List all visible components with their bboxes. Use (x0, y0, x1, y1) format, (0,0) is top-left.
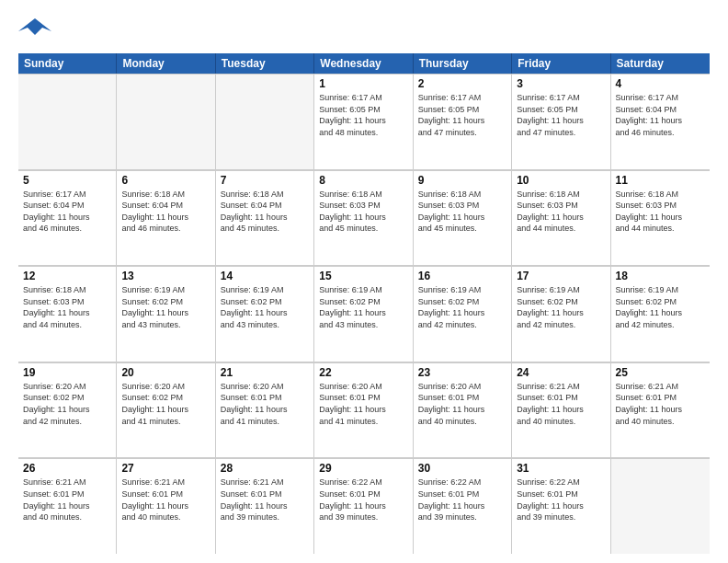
day-number: 13 (121, 270, 210, 282)
day-number: 24 (517, 366, 605, 379)
day-info: Sunrise: 6:17 AMSunset: 6:05 PMDaylight:… (319, 92, 407, 138)
cal-cell: 17Sunrise: 6:19 AMSunset: 6:02 PMDayligh… (512, 266, 610, 362)
day-info: Sunrise: 6:21 AMSunset: 6:01 PMDaylight:… (517, 381, 605, 427)
day-number: 21 (221, 366, 309, 379)
day-number: 17 (517, 270, 605, 282)
cal-cell: 8Sunrise: 6:18 AMSunset: 6:03 PMDaylight… (314, 170, 413, 266)
day-info: Sunrise: 6:18 AMSunset: 6:03 PMDaylight:… (23, 284, 111, 330)
day-info: Sunrise: 6:17 AMSunset: 6:05 PMDaylight:… (517, 92, 605, 138)
logo-bird-icon (18, 15, 51, 46)
week-row-2: 5Sunrise: 6:17 AMSunset: 6:04 PMDaylight… (18, 170, 710, 267)
day-number: 12 (23, 270, 111, 282)
day-info: Sunrise: 6:18 AMSunset: 6:03 PMDaylight:… (517, 189, 605, 235)
cal-cell: 22Sunrise: 6:20 AMSunset: 6:01 PMDayligh… (314, 362, 413, 458)
header (18, 15, 710, 46)
cal-cell: 6Sunrise: 6:18 AMSunset: 6:04 PMDaylight… (117, 170, 215, 266)
day-info: Sunrise: 6:21 AMSunset: 6:01 PMDaylight:… (221, 477, 309, 523)
day-info: Sunrise: 6:18 AMSunset: 6:03 PMDaylight:… (319, 189, 407, 235)
cal-cell: 15Sunrise: 6:19 AMSunset: 6:02 PMDayligh… (314, 266, 413, 362)
day-info: Sunrise: 6:17 AMSunset: 6:04 PMDaylight:… (23, 189, 111, 235)
cal-cell: 5Sunrise: 6:17 AMSunset: 6:04 PMDaylight… (18, 170, 117, 266)
day-info: Sunrise: 6:22 AMSunset: 6:01 PMDaylight:… (418, 477, 506, 523)
day-number: 11 (616, 174, 705, 187)
day-number: 6 (121, 174, 210, 187)
page: SundayMondayTuesdayWednesdayThursdayFrid… (0, 0, 728, 563)
header-day-saturday: Saturday (611, 53, 710, 74)
day-info: Sunrise: 6:20 AMSunset: 6:02 PMDaylight:… (121, 381, 210, 427)
cal-cell: 12Sunrise: 6:18 AMSunset: 6:03 PMDayligh… (18, 266, 117, 362)
logo (18, 15, 55, 46)
day-number: 18 (616, 270, 705, 282)
svg-marker-0 (18, 18, 51, 35)
day-info: Sunrise: 6:20 AMSunset: 6:02 PMDaylight:… (23, 381, 111, 427)
day-number: 1 (319, 77, 407, 90)
day-number: 27 (121, 462, 210, 475)
day-number: 4 (616, 77, 705, 90)
day-info: Sunrise: 6:18 AMSunset: 6:04 PMDaylight:… (121, 189, 210, 235)
day-info: Sunrise: 6:21 AMSunset: 6:01 PMDaylight:… (23, 477, 111, 523)
day-number: 8 (319, 174, 407, 187)
day-number: 29 (319, 462, 407, 475)
cal-cell: 24Sunrise: 6:21 AMSunset: 6:01 PMDayligh… (512, 362, 610, 458)
day-info: Sunrise: 6:22 AMSunset: 6:01 PMDaylight:… (319, 477, 407, 523)
cal-cell: 7Sunrise: 6:18 AMSunset: 6:04 PMDaylight… (216, 170, 314, 266)
header-day-monday: Monday (117, 53, 215, 74)
day-number: 14 (221, 270, 309, 282)
day-info: Sunrise: 6:21 AMSunset: 6:01 PMDaylight:… (616, 381, 705, 427)
header-day-tuesday: Tuesday (216, 53, 314, 74)
cal-cell: 16Sunrise: 6:19 AMSunset: 6:02 PMDayligh… (414, 266, 512, 362)
cal-cell: 1Sunrise: 6:17 AMSunset: 6:05 PMDaylight… (314, 74, 413, 169)
day-number: 3 (517, 77, 605, 90)
cal-cell: 21Sunrise: 6:20 AMSunset: 6:01 PMDayligh… (216, 362, 314, 458)
cal-cell (18, 74, 117, 169)
header-day-thursday: Thursday (414, 53, 512, 74)
day-info: Sunrise: 6:19 AMSunset: 6:02 PMDaylight:… (418, 284, 506, 330)
day-number: 25 (616, 366, 705, 379)
cal-cell: 30Sunrise: 6:22 AMSunset: 6:01 PMDayligh… (414, 458, 512, 554)
day-number: 28 (221, 462, 309, 475)
day-info: Sunrise: 6:19 AMSunset: 6:02 PMDaylight:… (121, 284, 210, 330)
cal-cell (611, 458, 710, 554)
cal-cell: 19Sunrise: 6:20 AMSunset: 6:02 PMDayligh… (18, 362, 117, 458)
cal-cell: 10Sunrise: 6:18 AMSunset: 6:03 PMDayligh… (512, 170, 610, 266)
cal-cell: 9Sunrise: 6:18 AMSunset: 6:03 PMDaylight… (414, 170, 512, 266)
day-number: 10 (517, 174, 605, 187)
day-number: 23 (418, 366, 506, 379)
calendar-header: SundayMondayTuesdayWednesdayThursdayFrid… (18, 53, 710, 74)
cal-cell: 3Sunrise: 6:17 AMSunset: 6:05 PMDaylight… (512, 74, 610, 169)
cal-cell: 18Sunrise: 6:19 AMSunset: 6:02 PMDayligh… (611, 266, 710, 362)
day-info: Sunrise: 6:19 AMSunset: 6:02 PMDaylight:… (221, 284, 309, 330)
day-number: 20 (121, 366, 210, 379)
week-row-3: 12Sunrise: 6:18 AMSunset: 6:03 PMDayligh… (18, 266, 710, 362)
day-info: Sunrise: 6:19 AMSunset: 6:02 PMDaylight:… (319, 284, 407, 330)
day-info: Sunrise: 6:19 AMSunset: 6:02 PMDaylight:… (616, 284, 705, 330)
day-number: 16 (418, 270, 506, 282)
day-number: 30 (418, 462, 506, 475)
day-number: 2 (418, 77, 506, 90)
day-info: Sunrise: 6:18 AMSunset: 6:03 PMDaylight:… (616, 189, 705, 235)
day-number: 22 (319, 366, 407, 379)
day-number: 31 (517, 462, 605, 475)
cal-cell: 23Sunrise: 6:20 AMSunset: 6:01 PMDayligh… (414, 362, 512, 458)
week-row-1: 1Sunrise: 6:17 AMSunset: 6:05 PMDaylight… (18, 74, 710, 170)
day-number: 9 (418, 174, 506, 187)
day-info: Sunrise: 6:20 AMSunset: 6:01 PMDaylight:… (319, 381, 407, 427)
day-number: 7 (221, 174, 309, 187)
cal-cell: 14Sunrise: 6:19 AMSunset: 6:02 PMDayligh… (216, 266, 314, 362)
cal-cell: 27Sunrise: 6:21 AMSunset: 6:01 PMDayligh… (117, 458, 215, 554)
cal-cell: 29Sunrise: 6:22 AMSunset: 6:01 PMDayligh… (314, 458, 413, 554)
cal-cell (117, 74, 215, 169)
day-info: Sunrise: 6:18 AMSunset: 6:03 PMDaylight:… (418, 189, 506, 235)
cal-cell: 4Sunrise: 6:17 AMSunset: 6:04 PMDaylight… (611, 74, 710, 169)
cal-cell: 31Sunrise: 6:22 AMSunset: 6:01 PMDayligh… (512, 458, 610, 554)
day-number: 5 (23, 174, 111, 187)
calendar-body: 1Sunrise: 6:17 AMSunset: 6:05 PMDaylight… (18, 74, 710, 554)
calendar: SundayMondayTuesdayWednesdayThursdayFrid… (18, 53, 710, 554)
day-info: Sunrise: 6:18 AMSunset: 6:04 PMDaylight:… (221, 189, 309, 235)
day-number: 19 (23, 366, 111, 379)
week-row-5: 26Sunrise: 6:21 AMSunset: 6:01 PMDayligh… (18, 458, 710, 554)
cal-cell: 26Sunrise: 6:21 AMSunset: 6:01 PMDayligh… (18, 458, 117, 554)
day-info: Sunrise: 6:20 AMSunset: 6:01 PMDaylight:… (418, 381, 506, 427)
header-day-wednesday: Wednesday (314, 53, 413, 74)
day-info: Sunrise: 6:20 AMSunset: 6:01 PMDaylight:… (221, 381, 309, 427)
